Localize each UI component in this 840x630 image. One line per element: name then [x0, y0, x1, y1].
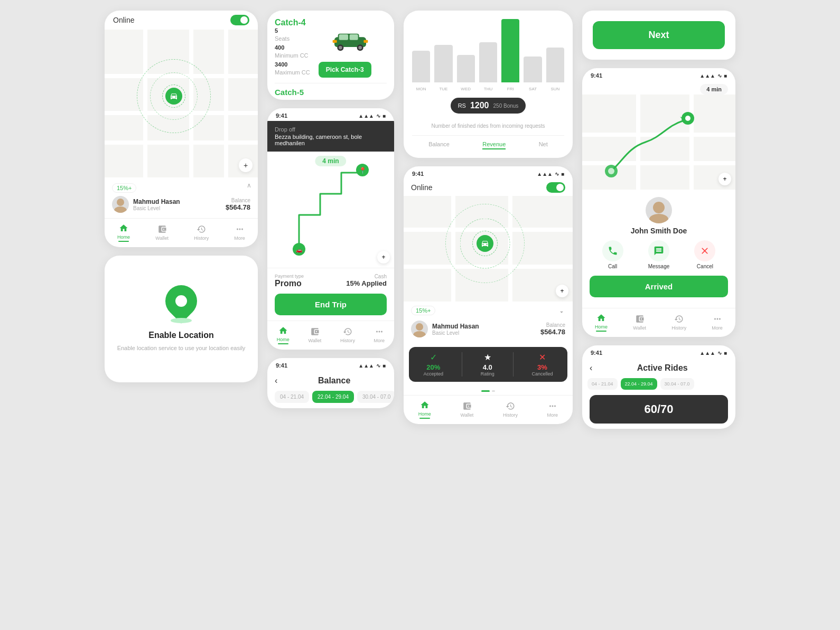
- stat-rating-label: Rating: [481, 371, 494, 377]
- catch4-mincc-label: Minimum CC: [275, 51, 310, 61]
- nav-more-1[interactable]: More: [234, 224, 245, 241]
- stats-row: ✓ 20% Accepted ★ 4.0 Rating ✕ 3% Cancell…: [409, 347, 567, 382]
- nav-home-trip-label: Home: [277, 337, 290, 342]
- chart-tab-revenue[interactable]: Revenue: [482, 141, 506, 149]
- user-name: Mahmud Hasan: [133, 198, 180, 205]
- nav-home-o2[interactable]: Home: [418, 400, 431, 419]
- chart-tab-net[interactable]: Net: [539, 141, 548, 149]
- date-tabs-balance: 04 - 21.04 22.04 - 29.04 30.04 - 07.0: [267, 391, 394, 408]
- user-level: Basic Level: [133, 205, 180, 211]
- nav-wallet-1[interactable]: Wallet: [155, 224, 169, 241]
- rides-tab-2[interactable]: 22.04 - 29.04: [621, 378, 657, 390]
- svg-point-23: [653, 202, 665, 213]
- applied-text: 15% Applied: [346, 279, 387, 287]
- nav-wallet-trip[interactable]: Wallet: [309, 326, 322, 343]
- arrived-btn[interactable]: Arrived: [590, 276, 728, 297]
- nav-more-right[interactable]: More: [712, 314, 723, 331]
- rides-tab-3[interactable]: 30.04 - 07.0: [660, 378, 694, 390]
- driver-card: John Smith Doe Call Message: [582, 190, 735, 308]
- online2-toggle[interactable]: [546, 182, 565, 193]
- message-label: Message: [648, 264, 670, 269]
- nav-more-trip-label: More: [374, 338, 385, 343]
- time-right: 9:41: [591, 72, 602, 79]
- nav-home-label-1: Home: [117, 234, 130, 240]
- payment-type-label: Payment type: [275, 274, 304, 279]
- catch4-maxcc-val: 3400: [275, 61, 310, 68]
- bottom-nav-1: Home Wallet History More: [105, 218, 258, 247]
- nav-more-o2[interactable]: More: [547, 401, 558, 418]
- drop-off-address: Bezza building, cameroon st, bole medhan…: [275, 134, 387, 146]
- next-button[interactable]: Next: [593, 21, 725, 49]
- svg-point-16: [416, 323, 423, 331]
- driver-name: John Smith Doe: [590, 227, 728, 235]
- timer-badge: 4 min: [315, 156, 346, 166]
- stat-accepted: ✓ 20% Accepted: [423, 352, 443, 377]
- nav-home-right[interactable]: Home: [595, 313, 608, 332]
- cancel-label: Cancel: [697, 264, 713, 269]
- svg-rect-5: [349, 34, 358, 40]
- nav-history-trip[interactable]: History: [340, 326, 355, 343]
- enable-location-desc: Enable location service to use your loca…: [117, 344, 246, 352]
- time-badge-right: 4 min: [700, 84, 728, 95]
- time-rides: 9:41: [591, 350, 602, 356]
- day-wed: WED: [457, 87, 475, 91]
- zoom-plus-btn[interactable]: +: [239, 158, 253, 172]
- chart-bar-tue: [434, 45, 452, 82]
- zoom-plus-right[interactable]: +: [718, 173, 731, 185]
- svg-point-20: [608, 168, 614, 174]
- cancel-btn[interactable]: Cancel: [694, 240, 715, 269]
- date-tab-2[interactable]: 22.04 - 29.04: [312, 391, 354, 403]
- online-status-label: Online: [113, 16, 134, 24]
- nav-wallet-right[interactable]: Wallet: [633, 314, 646, 331]
- nav-history-o2[interactable]: History: [503, 401, 518, 418]
- stat-cancelled-val: 3%: [531, 363, 553, 371]
- cash-badge: Cash: [346, 274, 387, 279]
- nav-history-right[interactable]: History: [671, 314, 686, 331]
- end-trip-btn[interactable]: End Trip: [275, 294, 387, 315]
- status-bar-right: 9:41 ▲▲▲∿■: [582, 68, 735, 81]
- back-arrow-rides[interactable]: ‹: [590, 363, 592, 373]
- date-tab-1[interactable]: 04 - 21.04: [275, 391, 309, 403]
- day-labels: MON TUE WED THU FRI SAT SUN: [412, 87, 564, 91]
- date-tab-3[interactable]: 30.04 - 07.0: [357, 391, 394, 403]
- nav-more-trip[interactable]: More: [374, 326, 385, 343]
- rides-tab-1[interactable]: 04 - 21.04: [587, 378, 618, 390]
- earnings-badge: RS 1200 250 Bonus: [451, 98, 526, 114]
- chevron-up-icon[interactable]: ∧: [247, 182, 251, 189]
- chart-tab-balance[interactable]: Balance: [428, 141, 450, 149]
- balance-value: $564.78: [226, 203, 250, 211]
- nav-history-1[interactable]: History: [194, 224, 209, 241]
- user-name-2: Mahmud Hasan: [432, 323, 479, 330]
- time-balance: 9:41: [276, 362, 287, 369]
- message-btn[interactable]: Message: [648, 240, 670, 269]
- nav-home-trip[interactable]: Home: [277, 325, 290, 344]
- svg-point-7: [339, 46, 342, 50]
- svg-text:📍: 📍: [359, 166, 367, 174]
- back-arrow-balance[interactable]: ‹: [275, 376, 277, 385]
- card-online-map: Online +: [105, 11, 258, 247]
- call-btn[interactable]: Call: [602, 240, 623, 269]
- map-area-2: +: [404, 196, 573, 302]
- nav-home-1[interactable]: Home: [117, 223, 130, 242]
- bottom-nav-online2: Home Wallet History More: [404, 395, 573, 424]
- online2-status-label: Online: [411, 183, 432, 192]
- pick-catch-btn[interactable]: Pick Catch-3: [319, 62, 371, 78]
- card-online-2: 9:41 ▲▲▲∿■ Online +: [404, 166, 573, 424]
- location-pin-icon: [165, 285, 197, 323]
- online-toggle[interactable]: [230, 15, 249, 25]
- chart-bar-mon: [412, 51, 430, 82]
- stat-rating-val: 4.0: [481, 363, 494, 371]
- chart-bar-sun: [546, 48, 564, 82]
- map-area-right: +: [582, 95, 735, 190]
- chevron-down-icon[interactable]: [558, 308, 565, 316]
- status-bar-balance: 9:41 ▲▲▲∿■: [267, 358, 394, 371]
- drop-off-bar: Drop off Bezza building, cameroon st, bo…: [267, 121, 394, 152]
- drop-off-label: Drop off: [275, 126, 387, 133]
- nav-wallet-o2[interactable]: Wallet: [461, 401, 474, 418]
- zoom-plus-btn-2[interactable]: +: [556, 285, 568, 297]
- svg-rect-11: [363, 40, 368, 43]
- earnings-main: 1200: [470, 101, 489, 110]
- catch5-name: Catch-5: [275, 88, 304, 97]
- user-avatar: [112, 196, 129, 213]
- stat-cancelled-label: Cancelled: [531, 371, 553, 377]
